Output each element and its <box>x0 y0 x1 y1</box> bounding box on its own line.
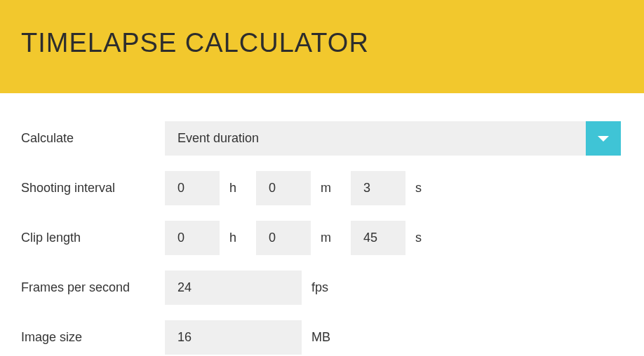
hours-unit: h <box>220 181 256 196</box>
minutes-unit: m <box>311 231 351 245</box>
calculator-form: Calculate Event duration Shooting interv… <box>0 93 644 356</box>
image-size-input[interactable] <box>165 320 302 355</box>
minutes-unit: m <box>311 181 351 196</box>
dropdown-arrow-button[interactable] <box>586 121 621 156</box>
clip-length-label: Clip length <box>21 231 165 245</box>
image-size-inputs: MB <box>165 320 350 355</box>
chevron-down-icon <box>598 135 609 142</box>
image-size-unit: MB <box>302 330 350 345</box>
shooting-interval-seconds-input[interactable] <box>351 171 405 205</box>
clip-length-inputs: h m s <box>165 221 441 255</box>
seconds-unit: s <box>405 231 441 245</box>
fps-row: Frames per second fps <box>21 271 623 305</box>
fps-input[interactable] <box>165 271 302 305</box>
fps-inputs: fps <box>165 271 348 305</box>
seconds-unit: s <box>405 181 441 196</box>
image-size-label: Image size <box>21 330 165 345</box>
shooting-interval-minutes-input[interactable] <box>256 171 311 205</box>
shooting-interval-inputs: h m s <box>165 171 441 205</box>
shooting-interval-hours-input[interactable] <box>165 171 220 205</box>
page-title: TIMELAPSE CALCULATOR <box>21 28 623 58</box>
calculate-value: Event duration <box>165 121 586 156</box>
clip-length-seconds-input[interactable] <box>351 221 405 255</box>
fps-label: Frames per second <box>21 280 165 295</box>
shooting-interval-label: Shooting interval <box>21 181 165 196</box>
clip-length-hours-input[interactable] <box>165 221 220 255</box>
fps-unit: fps <box>302 280 348 295</box>
calculate-select[interactable]: Event duration <box>165 121 621 156</box>
clip-length-row: Clip length h m s <box>21 221 623 255</box>
calculate-row: Calculate Event duration <box>21 121 623 156</box>
shooting-interval-row: Shooting interval h m s <box>21 171 623 205</box>
calculate-label: Calculate <box>21 131 165 146</box>
hours-unit: h <box>220 231 256 245</box>
page-header: TIMELAPSE CALCULATOR <box>0 0 644 93</box>
image-size-row: Image size MB <box>21 320 623 355</box>
clip-length-minutes-input[interactable] <box>256 221 311 255</box>
